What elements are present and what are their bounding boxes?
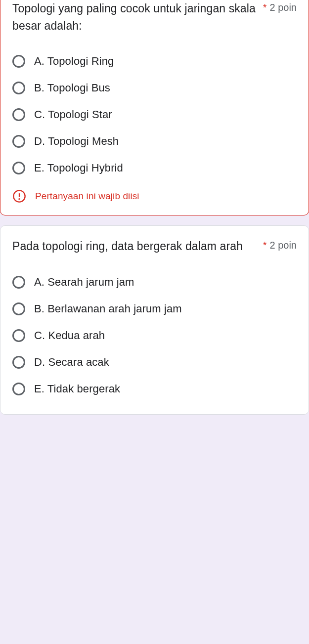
- option-c[interactable]: C. Kedua arah: [12, 322, 297, 349]
- radio-icon: [12, 135, 25, 148]
- option-label: A. Searah jarum jam: [34, 276, 134, 289]
- radio-icon: [12, 108, 25, 121]
- alert-circle-icon: [12, 189, 26, 203]
- option-label: C. Kedua arah: [34, 329, 105, 342]
- option-label: E. Tidak bergerak: [34, 383, 120, 395]
- radio-icon: [12, 329, 25, 342]
- question-text: Topologi yang paling cocok untuk jaringa…: [12, 0, 257, 34]
- required-asterisk: *: [263, 2, 267, 13]
- question-header: Pada topologi ring, data bergerak dalam …: [12, 238, 297, 255]
- question-card: Pada topologi ring, data bergerak dalam …: [0, 225, 309, 415]
- option-label: D. Topologi Mesh: [34, 135, 119, 148]
- option-b[interactable]: B. Berlawanan arah jarum jam: [12, 296, 297, 322]
- points-text: 2 poin: [270, 240, 297, 251]
- radio-icon: [12, 302, 25, 315]
- option-d[interactable]: D. Secara acak: [12, 349, 297, 376]
- option-e[interactable]: E. Topologi Hybrid: [12, 155, 297, 181]
- option-label: C. Topologi Star: [34, 108, 112, 121]
- points-wrap: * 2 poin: [263, 238, 297, 251]
- radio-icon: [12, 82, 25, 94]
- question-card: Topologi yang paling cocok untuk jaringa…: [0, 0, 309, 215]
- radio-icon: [12, 162, 25, 174]
- option-label: E. Topologi Hybrid: [34, 162, 123, 174]
- option-label: B. Berlawanan arah jarum jam: [34, 302, 182, 315]
- option-a[interactable]: A. Topologi Ring: [12, 48, 297, 75]
- points-wrap: * 2 poin: [263, 0, 297, 13]
- option-d[interactable]: D. Topologi Mesh: [12, 128, 297, 155]
- required-asterisk: *: [263, 240, 267, 251]
- radio-icon: [12, 55, 25, 68]
- svg-point-2: [19, 199, 19, 199]
- error-message: Pertanyaan ini wajib diisi: [12, 189, 297, 203]
- radio-icon: [12, 383, 25, 395]
- option-c[interactable]: C. Topologi Star: [12, 101, 297, 128]
- points-text: 2 poin: [270, 2, 297, 13]
- option-a[interactable]: A. Searah jarum jam: [12, 269, 297, 296]
- option-e[interactable]: E. Tidak bergerak: [12, 376, 297, 402]
- question-text: Pada topologi ring, data bergerak dalam …: [12, 238, 257, 255]
- error-text: Pertanyaan ini wajib diisi: [35, 191, 139, 202]
- option-label: A. Topologi Ring: [34, 55, 114, 68]
- radio-icon: [12, 356, 25, 369]
- radio-icon: [12, 276, 25, 289]
- option-label: D. Secara acak: [34, 356, 109, 369]
- option-b[interactable]: B. Topologi Bus: [12, 75, 297, 101]
- question-header: Topologi yang paling cocok untuk jaringa…: [12, 0, 297, 34]
- option-label: B. Topologi Bus: [34, 82, 110, 94]
